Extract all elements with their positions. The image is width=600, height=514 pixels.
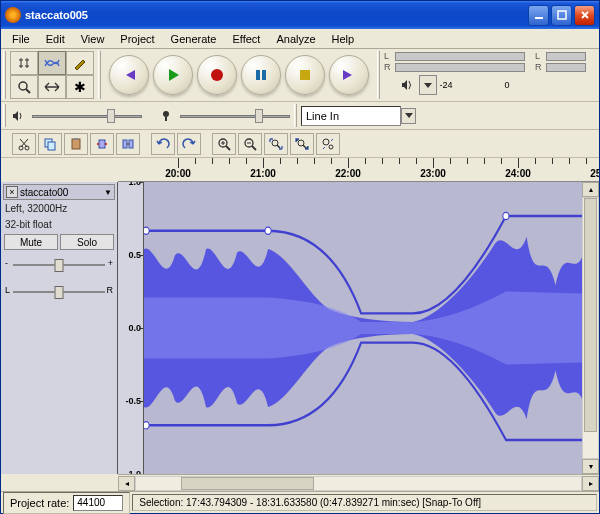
svg-rect-14: [72, 139, 80, 149]
zoom-tool[interactable]: [10, 75, 38, 99]
waveform-area[interactable]: 1.00.50.0-0.5-1.0: [118, 182, 599, 474]
app-window: staccato005 File Edit View Project Gener…: [0, 0, 600, 514]
cut-button[interactable]: [12, 133, 36, 155]
svg-point-29: [329, 145, 333, 149]
scroll-left-button[interactable]: ◂: [118, 476, 135, 491]
skip-start-button[interactable]: [109, 55, 149, 95]
menu-project[interactable]: Project: [113, 31, 161, 47]
svg-rect-13: [48, 142, 55, 150]
menu-view[interactable]: View: [74, 31, 112, 47]
track-close-button[interactable]: ×: [6, 186, 18, 198]
timeshift-tool[interactable]: [38, 75, 66, 99]
paste-button[interactable]: [64, 133, 88, 155]
tracks-area: × staccato00 ▼ Left, 32000Hz 32-bit floa…: [1, 182, 599, 474]
amplitude-scale: 1.00.50.0-0.5-1.0: [118, 182, 144, 474]
fit-project-button[interactable]: [290, 133, 314, 155]
multi-tool[interactable]: ✱: [66, 75, 94, 99]
app-icon: [5, 7, 21, 23]
project-rate-input[interactable]: 44100: [73, 495, 123, 511]
svg-rect-17: [123, 140, 127, 148]
input-volume-slider[interactable]: [180, 109, 290, 123]
pan-slider[interactable]: L R: [7, 284, 111, 300]
menubar: File Edit View Project Generate Effect A…: [1, 29, 599, 49]
window-title: staccato005: [25, 9, 528, 21]
vertical-scrollbar[interactable]: ▴ ▾: [582, 182, 599, 474]
svg-point-8: [163, 111, 169, 117]
record-button[interactable]: [197, 55, 237, 95]
solo-button[interactable]: Solo: [60, 234, 114, 250]
track-menu-arrow[interactable]: ▼: [104, 188, 112, 197]
horizontal-scrollbar[interactable]: ◂ ▸: [118, 474, 599, 491]
svg-point-34: [503, 212, 509, 219]
stop-button[interactable]: [285, 55, 325, 95]
close-button[interactable]: [574, 5, 595, 26]
speaker-icon: [399, 78, 415, 92]
skip-end-button[interactable]: [329, 55, 369, 95]
svg-line-21: [226, 146, 230, 150]
titlebar[interactable]: staccato005: [1, 1, 599, 29]
undo-button[interactable]: [151, 133, 175, 155]
menu-help[interactable]: Help: [325, 31, 362, 47]
menu-effect[interactable]: Effect: [225, 31, 267, 47]
selection-status: Selection: 17:43.794309 - 18:31.633580 (…: [132, 494, 597, 511]
svg-line-25: [277, 145, 280, 148]
menu-generate[interactable]: Generate: [164, 31, 224, 47]
statusbar: Project rate: 44100 Selection: 17:43.794…: [1, 491, 599, 513]
svg-point-35: [144, 422, 149, 429]
fit-selection-button[interactable]: [264, 133, 288, 155]
selection-tool[interactable]: [10, 51, 38, 75]
input-source-dropdown-button[interactable]: [401, 108, 416, 124]
mute-button[interactable]: Mute: [4, 234, 58, 250]
svg-line-3: [26, 89, 30, 93]
svg-rect-9: [165, 117, 167, 121]
svg-point-28: [323, 139, 329, 145]
pause-button[interactable]: [241, 55, 281, 95]
output-meter[interactable]: L: [384, 51, 525, 61]
zoom-in-button[interactable]: [212, 133, 236, 155]
input-meter[interactable]: L: [535, 51, 586, 61]
menu-file[interactable]: File: [5, 31, 37, 47]
output-meter-r[interactable]: R: [384, 62, 525, 72]
svg-point-33: [265, 227, 271, 234]
input-volume-icon: [158, 109, 174, 123]
input-meter-r[interactable]: R: [535, 62, 586, 72]
zoom-out-button[interactable]: [238, 133, 262, 155]
silence-button[interactable]: [116, 133, 140, 155]
svg-point-4: [211, 69, 223, 81]
svg-point-32: [144, 227, 149, 234]
menu-edit[interactable]: Edit: [39, 31, 72, 47]
svg-rect-7: [300, 70, 310, 80]
track-bitdepth-label: 32-bit float: [3, 217, 115, 232]
svg-rect-15: [74, 138, 78, 140]
output-volume-icon: [10, 109, 26, 123]
copy-button[interactable]: [38, 133, 62, 155]
scroll-up-button[interactable]: ▴: [582, 182, 599, 197]
trim-button[interactable]: [90, 133, 114, 155]
menu-analyze[interactable]: Analyze: [269, 31, 322, 47]
scroll-right-button[interactable]: ▸: [582, 476, 599, 491]
svg-line-27: [303, 145, 306, 148]
redo-button[interactable]: [177, 133, 201, 155]
output-meter-menu[interactable]: [419, 75, 437, 95]
input-source-select[interactable]: Line In: [301, 106, 401, 126]
track-format-label: Left, 32000Hz: [3, 201, 115, 216]
track-header[interactable]: × staccato00 ▼: [3, 184, 115, 200]
zoom-toggle-button[interactable]: [316, 133, 340, 155]
svg-rect-16: [99, 140, 105, 148]
tools-palette: ✱: [10, 51, 94, 99]
svg-rect-5: [256, 70, 260, 80]
maximize-button[interactable]: [551, 5, 572, 26]
scroll-down-button[interactable]: ▾: [582, 459, 599, 474]
gain-slider[interactable]: - +: [7, 257, 111, 273]
svg-rect-1: [558, 11, 566, 19]
transport-controls: [103, 49, 375, 101]
track-control-panel: × staccato00 ▼ Left, 32000Hz 32-bit floa…: [1, 182, 118, 474]
timeline-ruler[interactable]: 20:0021:0022:0023:0024:0025:00: [118, 158, 599, 182]
waveform-canvas[interactable]: [144, 182, 599, 474]
play-button[interactable]: [153, 55, 193, 95]
output-volume-slider[interactable]: [32, 109, 142, 123]
envelope-tool[interactable]: [38, 51, 66, 75]
project-rate-cell: Project rate: 44100: [3, 492, 130, 514]
draw-tool[interactable]: [66, 51, 94, 75]
minimize-button[interactable]: [528, 5, 549, 26]
